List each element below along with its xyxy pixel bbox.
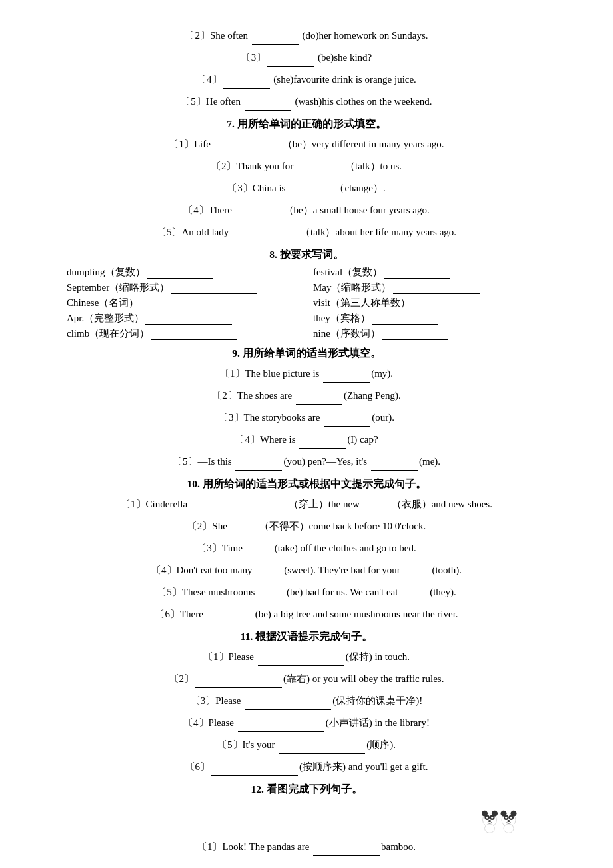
section8-row4-right: they（宾格） bbox=[313, 312, 546, 325]
blank-8-5r[interactable] bbox=[382, 339, 448, 340]
section11-item4: 〔4〕Please (小声讲话) in the library! bbox=[40, 714, 573, 732]
panda-image bbox=[480, 802, 520, 835]
section11-item1: 〔1〕Please (保持) in touch. bbox=[40, 648, 573, 666]
blank-6-2[interactable] bbox=[252, 44, 299, 45]
svg-point-7 bbox=[488, 820, 492, 822]
section8-row4-left: Apr.（完整形式） bbox=[67, 312, 300, 325]
section8-row3-left: Chinese（名词） bbox=[67, 297, 300, 309]
blank-8-2r[interactable] bbox=[393, 293, 480, 294]
blank-11-1[interactable] bbox=[258, 665, 344, 666]
section6-item3: 〔3〕 (be)she kind? bbox=[40, 49, 573, 67]
section10-title: 10. 用所给词的适当形式或根据中文提示完成句子。 bbox=[40, 477, 573, 491]
section8-row1-left: dumpling（复数） bbox=[67, 266, 300, 279]
section11-item6: 〔6〕(按顺序来) and you'll get a gift. bbox=[40, 758, 573, 776]
section8-title: 8. 按要求写词。 bbox=[40, 248, 573, 262]
section10-item2: 〔2〕She （不得不）come back before 10 0'clock. bbox=[40, 517, 573, 535]
blank-11-4[interactable] bbox=[238, 731, 324, 732]
section11-item2: 〔2〕(靠右) or you will obey the traffic rul… bbox=[40, 670, 573, 688]
blank-10-2[interactable] bbox=[231, 535, 258, 535]
page-content: 〔2〕She often (do)her homework on Sundays… bbox=[40, 27, 573, 868]
blank-9-5b[interactable] bbox=[371, 470, 418, 471]
blank-10-4a[interactable] bbox=[256, 579, 283, 579]
blank-9-5a[interactable] bbox=[235, 470, 282, 471]
section6-item4: 〔4〕 (she)favourite drink is orange juice… bbox=[40, 71, 573, 89]
blank-10-1b[interactable] bbox=[241, 513, 287, 513]
section9-item4: 〔4〕Where is (I) cap? bbox=[40, 431, 573, 449]
section8-row5-right: nine（序数词） bbox=[313, 327, 546, 340]
section7-item4: 〔4〕There （be）a small house four years ag… bbox=[40, 201, 573, 219]
blank-8-1r[interactable] bbox=[384, 278, 450, 279]
blank-6-4[interactable] bbox=[223, 88, 270, 89]
blank-8-3l[interactable] bbox=[140, 309, 207, 309]
blank-11-2[interactable] bbox=[195, 687, 282, 688]
blank-10-1c[interactable] bbox=[364, 513, 390, 513]
section7-item1: 〔1〕Life （be）very different in many years… bbox=[40, 135, 573, 153]
section12-item1: 〔1〕Look! The pandas are bamboo. bbox=[40, 838, 573, 856]
blank-11-6[interactable] bbox=[211, 775, 298, 776]
blank-9-1[interactable] bbox=[323, 382, 370, 383]
blank-7-1[interactable] bbox=[215, 153, 281, 153]
blank-12-1[interactable] bbox=[313, 855, 380, 856]
section7-title: 7. 用所给单词的正确的形式填空。 bbox=[40, 117, 573, 131]
section8-row5-left: climb（现在分词） bbox=[67, 327, 300, 340]
section6-item5: 〔5〕He often (wash)his clothes on the wee… bbox=[40, 93, 573, 111]
section6-item2: 〔2〕She often (do)her homework on Sundays… bbox=[40, 27, 573, 45]
section7: 〔1〕Life （be）very different in many years… bbox=[40, 135, 573, 241]
section8-row1-right: festival（复数） bbox=[313, 266, 546, 279]
blank-8-3r[interactable] bbox=[412, 309, 458, 309]
blank-9-3[interactable] bbox=[324, 426, 370, 427]
section10-item4: 〔4〕Don't eat too many (sweet). They're b… bbox=[40, 561, 573, 579]
section8: dumpling（复数） festival（复数） September（缩略形式… bbox=[67, 266, 546, 340]
section12-title: 12. 看图完成下列句子。 bbox=[40, 783, 573, 797]
blank-7-2[interactable] bbox=[297, 175, 344, 175]
svg-point-5 bbox=[486, 817, 488, 819]
blank-10-5a[interactable] bbox=[259, 601, 285, 601]
section10-item5: 〔5〕These mushrooms (be) bad for us. We c… bbox=[40, 583, 573, 601]
section10-item1: 〔1〕Cinderella （穿上）the new （衣服）and new sh… bbox=[40, 495, 573, 513]
section9: 〔1〕The blue picture is (my). 〔2〕The shoe… bbox=[40, 365, 573, 471]
section11-item5: 〔5〕It's your (顺序). bbox=[40, 736, 573, 754]
section11: 〔1〕Please (保持) in touch. 〔2〕(靠右) or you … bbox=[40, 648, 573, 776]
blank-10-6[interactable] bbox=[207, 623, 254, 623]
blank-6-5[interactable] bbox=[245, 110, 291, 111]
section8-rows: dumpling（复数） festival（复数） September（缩略形式… bbox=[67, 266, 546, 340]
section12: 〔1〕Look! The pandas are bamboo. bbox=[40, 802, 573, 856]
section7-item5: 〔5〕An old lady （talk）about her life many… bbox=[40, 223, 573, 241]
blank-11-3[interactable] bbox=[245, 709, 331, 710]
blank-10-3[interactable] bbox=[247, 557, 273, 557]
svg-point-17 bbox=[504, 824, 514, 833]
blank-7-3[interactable] bbox=[287, 197, 333, 197]
blank-8-1l[interactable] bbox=[147, 278, 213, 279]
section9-item2: 〔2〕The shoes are (Zhang Peng). bbox=[40, 387, 573, 405]
svg-point-6 bbox=[491, 817, 493, 819]
blank-11-5[interactable] bbox=[279, 753, 365, 754]
section7-item3: 〔3〕China is（change）. bbox=[40, 179, 573, 197]
section9-item3: 〔3〕The storybooks are (our). bbox=[40, 409, 573, 427]
svg-point-16 bbox=[485, 824, 495, 833]
blank-8-4r[interactable] bbox=[372, 324, 438, 325]
blank-6-3[interactable] bbox=[267, 66, 314, 67]
section9-item1: 〔1〕The blue picture is (my). bbox=[40, 365, 573, 383]
blank-8-2l[interactable] bbox=[171, 293, 257, 294]
blank-8-4l[interactable] bbox=[145, 324, 232, 325]
blank-7-5[interactable] bbox=[233, 241, 299, 241]
blank-7-4[interactable] bbox=[236, 219, 283, 219]
section8-row3-right: visit（第三人称单数） bbox=[313, 297, 546, 309]
section11-item3: 〔3〕Please (保持你的课桌干净)! bbox=[40, 692, 573, 710]
blank-9-2[interactable] bbox=[296, 404, 342, 405]
section6: 〔2〕She often (do)her homework on Sundays… bbox=[40, 27, 573, 111]
svg-point-14 bbox=[510, 817, 512, 819]
section9-item5: 〔5〕—Is this (you) pen?—Yes, it's (me). bbox=[40, 453, 573, 471]
blank-10-1a[interactable] bbox=[191, 513, 238, 513]
section8-row2-left: September（缩略形式） bbox=[67, 281, 300, 294]
svg-point-13 bbox=[505, 817, 507, 819]
section10-item6: 〔6〕There (be) a big tree and some mushro… bbox=[40, 605, 573, 623]
section10: 〔1〕Cinderella （穿上）the new （衣服）and new sh… bbox=[40, 495, 573, 623]
svg-point-15 bbox=[507, 820, 510, 822]
blank-9-4[interactable] bbox=[299, 448, 346, 449]
section11-title: 11. 根据汉语提示完成句子。 bbox=[40, 630, 573, 644]
blank-10-5b[interactable] bbox=[402, 601, 428, 601]
blank-10-4b[interactable] bbox=[404, 579, 430, 579]
section7-item2: 〔2〕Thank you for （talk）to us. bbox=[40, 157, 573, 175]
blank-8-5l[interactable] bbox=[151, 339, 237, 340]
